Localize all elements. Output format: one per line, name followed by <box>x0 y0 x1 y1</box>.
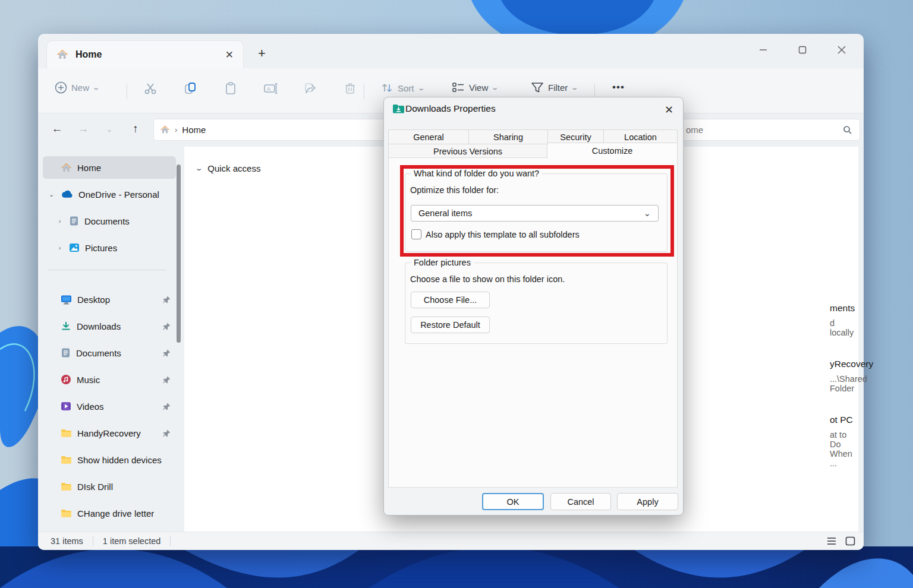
navigation-pane: Home ⌄ OneDrive - Personal › Documents › <box>38 147 184 532</box>
explorer-tab-home[interactable]: Home ✕ <box>46 40 244 68</box>
pin-icon <box>162 429 171 438</box>
copy-icon <box>183 81 197 96</box>
rename-button[interactable]: A <box>263 81 279 96</box>
details-view-icon[interactable] <box>826 536 837 546</box>
view-button[interactable]: View ⌄ <box>452 81 498 93</box>
folder-pictures-caption: Choose a file to show on this folder ico… <box>410 274 565 284</box>
clipboard-icon <box>223 81 238 96</box>
delete-button[interactable] <box>344 81 357 96</box>
items-count: 31 items <box>51 536 83 546</box>
maximize-icon[interactable] <box>791 40 814 60</box>
folder-icon <box>61 508 72 518</box>
music-icon <box>61 374 71 385</box>
pin-icon <box>162 375 171 384</box>
breadcrumb[interactable]: Home <box>182 125 206 135</box>
tile-fragment-title: ot PC <box>830 415 853 425</box>
back-icon[interactable]: ← <box>46 118 68 140</box>
paste-button[interactable] <box>223 81 238 96</box>
tab-title: Home <box>75 49 102 60</box>
sidebar-item-disk-drill[interactable]: DIsk Drill <box>43 475 176 498</box>
tab-customize[interactable]: Customize <box>547 143 678 159</box>
ok-button[interactable]: OK <box>482 493 544 510</box>
filter-button[interactable]: Filter ⌄ <box>531 81 578 93</box>
share-icon <box>304 81 318 96</box>
apply-button[interactable]: Apply <box>617 493 678 510</box>
chevron-down-icon: ⌄ <box>417 84 425 92</box>
sidebar-item-documents[interactable]: Documents <box>43 342 176 364</box>
chevron-right-icon[interactable]: › <box>56 244 64 251</box>
up-icon[interactable]: ↑ <box>125 118 146 140</box>
sidebar-item-desktop[interactable]: Desktop <box>43 288 176 311</box>
filter-funnel-icon <box>531 81 544 93</box>
view-list-icon <box>452 81 465 93</box>
pin-icon <box>162 402 171 411</box>
cancel-button[interactable]: Cancel <box>550 493 611 510</box>
tab-previous-versions[interactable]: Previous Versions <box>388 144 547 159</box>
downloads-folder-icon <box>392 103 405 114</box>
search-input[interactable]: ome <box>678 119 860 141</box>
dialog-close-icon[interactable]: ✕ <box>665 103 673 116</box>
document-icon <box>69 216 79 226</box>
home-icon <box>61 163 72 173</box>
choose-file-button[interactable]: Choose File... <box>411 292 490 308</box>
scissors-icon <box>143 81 158 96</box>
search-placeholder-fragment: ome <box>686 125 703 135</box>
folder-icon <box>61 482 72 491</box>
large-icons-view-icon[interactable] <box>845 536 855 546</box>
sidebar-item-videos[interactable]: Videos <box>43 395 176 418</box>
tile-fragment-subtitle: d locally <box>830 318 858 337</box>
new-tab-icon[interactable]: + <box>258 46 266 61</box>
quick-access-header[interactable]: ⌄ Quick access <box>196 163 260 173</box>
pin-icon <box>162 349 171 358</box>
pin-icon <box>162 322 171 331</box>
sidebar-item-music[interactable]: Music <box>43 368 176 391</box>
sidebar-item-pictures[interactable]: › Pictures <box>43 236 176 259</box>
desktop-screen: Home ✕ + New ⌄ <box>0 0 913 588</box>
new-button[interactable]: New ⌄ <box>55 81 99 94</box>
recent-locations-chevron-icon[interactable]: ⌄ <box>99 118 120 140</box>
sort-button[interactable]: Sort ⌄ <box>380 81 424 94</box>
restore-default-button[interactable]: Restore Default <box>411 317 490 333</box>
tile-fragment-subtitle: ...\Shared Folder <box>830 374 867 393</box>
sidebar-item-home[interactable]: Home <box>43 156 176 179</box>
dialog-title: Downloads Properties <box>405 103 496 114</box>
share-button[interactable] <box>304 81 318 96</box>
chevron-down-icon: ⌄ <box>491 84 499 91</box>
red-highlight-annotation <box>400 165 674 257</box>
tile-fragment-title: ments <box>830 303 855 314</box>
chevron-down-icon: ⌄ <box>92 84 100 91</box>
sidebar-item-change-drive-letter[interactable]: CHange drive letter <box>43 502 176 524</box>
sidebar-item-documents-onedrive[interactable]: › Documents <box>43 210 176 232</box>
pin-icon <box>162 295 171 304</box>
sidebar-item-handyrecovery[interactable]: HandyRecovery <box>43 422 176 444</box>
svg-text:A: A <box>267 86 270 92</box>
downloads-icon <box>61 321 71 331</box>
forward-icon[interactable]: → <box>73 118 94 140</box>
sidebar-item-downloads[interactable]: Downloads <box>43 315 176 337</box>
plus-circle-icon <box>55 81 67 94</box>
tab-sharing[interactable]: Sharing <box>468 129 548 144</box>
copy-button[interactable] <box>183 81 197 96</box>
close-tab-icon[interactable]: ✕ <box>225 49 234 61</box>
sidebar-item-show-hidden-devices[interactable]: Show hidden devices <box>43 448 176 471</box>
downloads-properties-dialog: Downloads Properties ✕ General Sharing S… <box>383 97 684 516</box>
cut-button[interactable] <box>143 81 158 96</box>
tab-general[interactable]: General <box>388 129 469 144</box>
chevron-down-icon[interactable]: ⌄ <box>48 191 55 198</box>
rename-icon: A <box>263 81 279 96</box>
minimize-icon[interactable] <box>752 40 775 60</box>
document-icon <box>61 347 71 358</box>
sidebar-scrollbar[interactable] <box>177 165 181 343</box>
status-bar: 31 items 1 item selected <box>38 532 864 550</box>
videos-icon <box>61 402 71 411</box>
sidebar-item-onedrive[interactable]: ⌄ OneDrive - Personal <box>43 183 176 206</box>
trash-icon <box>344 81 357 96</box>
chevron-right-icon[interactable]: › <box>56 217 64 225</box>
chevron-down-icon: ⌄ <box>571 84 579 91</box>
home-icon <box>56 49 68 60</box>
close-window-icon[interactable] <box>830 40 853 60</box>
search-icon <box>843 125 852 135</box>
home-icon <box>160 125 170 134</box>
more-options-button[interactable]: ••• <box>612 81 625 93</box>
pictures-icon <box>69 243 80 252</box>
